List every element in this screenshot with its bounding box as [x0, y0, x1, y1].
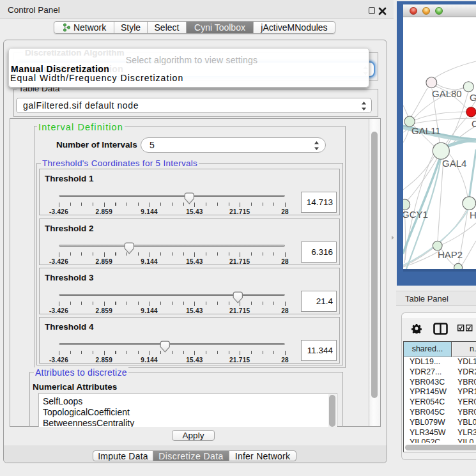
svg-text:GA: GA — [470, 92, 476, 103]
svg-text:GAL80: GAL80 — [432, 88, 462, 99]
svg-text:GAL4: GAL4 — [442, 158, 466, 169]
svg-text:H: H — [470, 210, 476, 220]
svg-text:HAP2: HAP2 — [438, 249, 463, 260]
svg-text:GAL11: GAL11 — [411, 125, 441, 136]
svg-text:C: C — [472, 118, 476, 129]
svg-text:GCY1: GCY1 — [403, 209, 428, 220]
